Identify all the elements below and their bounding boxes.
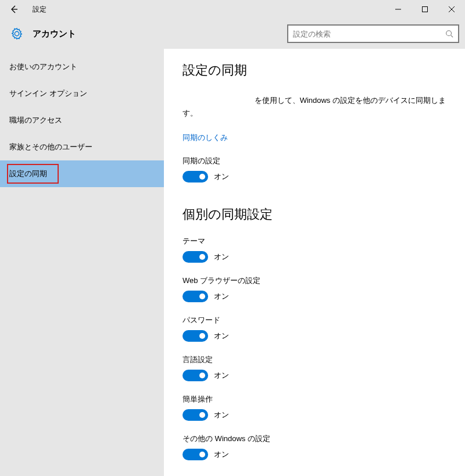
theme-label: テーマ <box>183 236 453 246</box>
sidebar-item-signin-options[interactable]: サインイン オプション <box>0 80 164 107</box>
back-button[interactable] <box>0 0 28 19</box>
toggle-state-label: オン <box>214 331 229 341</box>
other-windows-toggle[interactable] <box>183 449 208 460</box>
titlebar: 設定 <box>0 0 465 19</box>
main-heading: 設定の同期 <box>183 62 453 79</box>
toggle-state-label: オン <box>214 171 229 182</box>
sidebar-item-label: 設定の同期 <box>9 169 47 178</box>
sidebar-item-label: 家族とその他のユーザー <box>9 142 92 152</box>
password-toggle[interactable] <box>183 330 208 342</box>
settings-gear-icon <box>7 27 27 40</box>
sync-settings-block: 同期の設定 オン <box>183 156 453 182</box>
other-windows-label: その他の Windows の設定 <box>183 434 453 444</box>
ease-of-access-label: 簡単操作 <box>183 394 453 405</box>
other-windows-block: その他の Windows の設定 オン <box>183 434 453 460</box>
ease-of-access-block: 簡単操作 オン <box>183 394 453 421</box>
sync-settings-label: 同期の設定 <box>183 156 453 166</box>
sidebar: お使いのアカウント サインイン オプション 職場のアクセス 家族とその他のユーザ… <box>0 49 164 476</box>
ease-of-access-toggle[interactable] <box>183 409 208 421</box>
sidebar-item-work-access[interactable]: 職場のアクセス <box>0 107 164 134</box>
toggle-state-label: オン <box>214 449 229 460</box>
main-content: 設定の同期 を使用して、Windows の設定を他のデバイスに同期します。 同期… <box>164 49 465 476</box>
password-label: パスワード <box>183 315 453 325</box>
highlight-box: 設定の同期 <box>7 164 59 184</box>
password-block: パスワード オン <box>183 315 453 342</box>
search-input[interactable] <box>293 30 445 38</box>
browser-label: Web ブラウザーの設定 <box>183 275 453 286</box>
maximize-icon <box>422 6 428 12</box>
search-icon <box>445 30 453 38</box>
toggle-state-label: オン <box>214 252 229 262</box>
svg-rect-0 <box>423 7 428 12</box>
svg-point-1 <box>446 31 452 36</box>
how-sync-works-link[interactable]: 同期のしくみ <box>183 133 228 143</box>
language-block: 言語設定 オン <box>183 355 453 381</box>
minimize-icon <box>395 6 401 12</box>
page-title: アカウント <box>27 28 76 40</box>
header: アカウント <box>0 19 465 49</box>
window-title: 設定 <box>28 5 46 15</box>
sidebar-item-label: お使いのアカウント <box>9 62 77 72</box>
theme-toggle[interactable] <box>183 251 208 263</box>
minimize-button[interactable] <box>385 0 412 19</box>
individual-heading: 個別の同期設定 <box>183 206 453 223</box>
sidebar-item-label: 職場のアクセス <box>9 115 62 126</box>
close-button[interactable] <box>438 0 465 19</box>
browser-toggle[interactable] <box>183 291 208 302</box>
maximize-button[interactable] <box>412 0 438 19</box>
desc-text: を使用して、Windows の設定を他のデバイスに同期します。 <box>183 96 446 117</box>
theme-block: テーマ オン <box>183 236 453 263</box>
language-label: 言語設定 <box>183 355 453 365</box>
sync-settings-toggle[interactable] <box>183 171 208 182</box>
toggle-state-label: オン <box>214 410 229 420</box>
toggle-state-label: オン <box>214 291 229 302</box>
arrow-left-icon <box>9 5 19 14</box>
search-box[interactable] <box>287 24 459 43</box>
browser-block: Web ブラウザーの設定 オン <box>183 275 453 302</box>
language-toggle[interactable] <box>183 370 208 381</box>
sidebar-item-your-account[interactable]: お使いのアカウント <box>0 53 164 80</box>
sidebar-item-family-users[interactable]: 家族とその他のユーザー <box>0 134 164 160</box>
sync-description: を使用して、Windows の設定を他のデバイスに同期します。 <box>183 94 453 120</box>
sidebar-item-sync-settings[interactable]: 設定の同期 <box>0 160 164 187</box>
sidebar-item-label: サインイン オプション <box>9 88 87 99</box>
close-icon <box>449 6 455 12</box>
toggle-state-label: オン <box>214 370 229 381</box>
